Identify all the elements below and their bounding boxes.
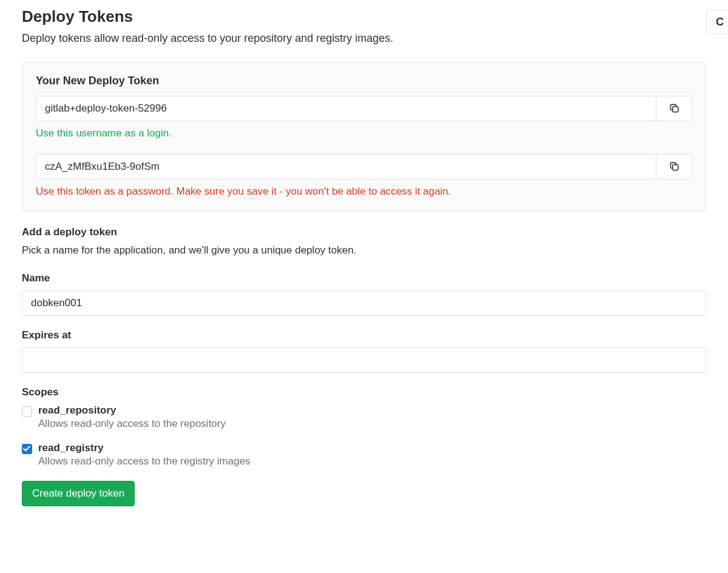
expires-label: Expires at (22, 329, 706, 341)
svg-rect-3 (673, 164, 678, 170)
scope-name: read_repository (38, 404, 706, 417)
add-token-desc: Pick a name for the application, and we'… (22, 244, 706, 256)
scope-checkbox-read-repository[interactable] (22, 406, 32, 417)
scope-checkbox-read-registry[interactable] (22, 444, 32, 454)
scope-desc: Allows read-only access to the registry … (38, 455, 706, 467)
expires-input[interactable] (22, 347, 706, 373)
name-input[interactable] (22, 290, 706, 316)
create-token-button[interactable]: Create deploy token (22, 481, 135, 506)
copy-token-button[interactable] (656, 154, 692, 179)
collapse-label: C (716, 16, 724, 28)
copy-username-button[interactable] (656, 96, 692, 121)
name-label: Name (22, 272, 706, 284)
page-title: Deploy Tokens (22, 7, 706, 26)
scope-item-read-repository: read_repository Allows read-only access … (22, 404, 706, 430)
panel-title: Your New Deploy Token (36, 75, 692, 87)
svg-rect-1 (673, 106, 678, 112)
scope-name: read_registry (38, 442, 706, 454)
page-description: Deploy tokens allow read-only access to … (22, 32, 706, 45)
token-field[interactable] (36, 154, 656, 179)
scopes-label: Scopes (22, 386, 706, 398)
copy-icon (669, 161, 679, 173)
scope-item-read-registry: read_registry Allows read-only access to… (22, 442, 706, 467)
new-token-panel: Your New Deploy Token Use this username … (22, 62, 706, 212)
scope-desc: Allows read-only access to the repositor… (38, 418, 706, 430)
token-hint: Use this token as a password. Make sure … (36, 186, 692, 198)
add-token-title: Add a deploy token (22, 226, 706, 238)
username-hint: Use this username as a login. (36, 127, 692, 139)
username-group (36, 96, 692, 121)
token-group (36, 154, 692, 179)
username-field[interactable] (36, 96, 656, 121)
collapse-button[interactable]: C (706, 10, 728, 34)
copy-icon (669, 102, 679, 115)
